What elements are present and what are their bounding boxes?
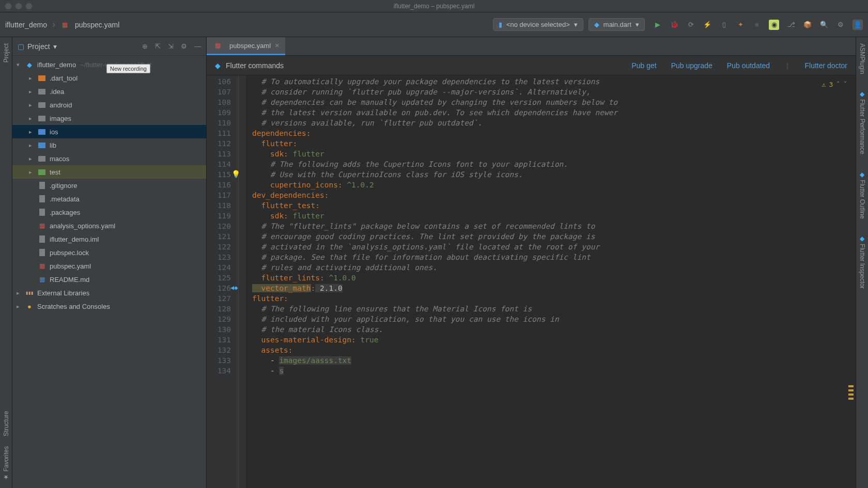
close-tab-icon[interactable]: × (275, 41, 279, 50)
chevron-right-icon[interactable]: ▸ (29, 88, 37, 95)
tree-item-README-md[interactable]: README.md (12, 273, 206, 286)
tree-item-macos[interactable]: ▸macos (12, 152, 206, 165)
structure-tool-tab[interactable]: Structure (2, 408, 11, 439)
tree-item-label: .dart_tool (50, 74, 78, 82)
chevron-right-icon[interactable]: ▸ (29, 75, 37, 82)
tree-item-iflutter_demo-iml[interactable]: iflutter_demo.iml (12, 232, 206, 246)
project-tree[interactable]: ▾ iflutter_demo ~/flutter-workspace/iflu… (12, 56, 206, 488)
navigation-bar: iflutter_demo pubspec.yaml ▮ <no device … (0, 12, 868, 37)
tree-item-label: .metadata (50, 195, 80, 203)
chevron-right-icon[interactable]: ▸ (29, 155, 37, 162)
editor-scrollbar[interactable] (847, 75, 854, 488)
chevron-right-icon[interactable]: ▸ (29, 115, 37, 122)
hot-reload-button[interactable]: ⚡ (703, 20, 712, 29)
pub-outdated-action[interactable]: Pub outdated (727, 61, 770, 70)
project-view-title[interactable]: Project (27, 42, 50, 51)
file-gray-icon (37, 235, 47, 243)
chevron-down-icon[interactable]: ▾ (53, 42, 57, 51)
tree-item--gitignore[interactable]: .gitignore (12, 179, 206, 192)
pub-upgrade-action[interactable]: Pub upgrade (671, 61, 712, 70)
search-icon[interactable]: 🔍 (819, 20, 829, 29)
project-sidebar-header: ▢ Project ▾ ⊕ ⇱ ⇲ ⚙ — (12, 37, 206, 56)
chevron-right-icon (50, 19, 57, 30)
run-button[interactable]: ▶ (653, 20, 662, 29)
asmplugin-tool-tab[interactable]: ASMPlugin (858, 40, 867, 77)
expand-all-icon[interactable]: ⇱ (155, 42, 161, 50)
select-opened-file-icon[interactable]: ⊕ (142, 42, 148, 50)
chevron-right-icon[interactable]: ▸ (29, 129, 37, 135)
tree-item-label: macos (50, 155, 69, 163)
tree-item-lib[interactable]: ▸lib (12, 138, 206, 152)
tree-item-label: ios (50, 128, 58, 136)
favorites-tool-tab[interactable]: ★ Favorites (2, 443, 11, 484)
flutter-doctor-action[interactable]: Flutter doctor (805, 61, 847, 70)
chevron-right-icon[interactable]: ▸ (29, 142, 37, 149)
breadcrumb-project[interactable]: iflutter_demo (5, 21, 47, 29)
inspection-indicator[interactable]: ⚠ 3 ˆ ˇ (822, 80, 847, 90)
settings-icon[interactable]: ⚙ (836, 20, 845, 29)
pub-get-action[interactable]: Pub get (631, 61, 656, 70)
git-button[interactable]: ⎇ (786, 20, 796, 29)
chevron-right-icon[interactable]: ▸ (29, 169, 37, 176)
tree-item-analysis_options-yaml[interactable]: analysis_options.yaml (12, 219, 206, 232)
tree-item-images[interactable]: ▸images (12, 112, 206, 125)
folder-gray-icon (37, 156, 47, 162)
zoom-window-button[interactable] (26, 3, 32, 9)
flutter-performance-tool-tab[interactable]: ◆ Flutter Performance (858, 87, 867, 157)
breadcrumb-file[interactable]: pubspec.yaml (75, 21, 119, 29)
folder-gray-icon (37, 89, 47, 95)
tree-item-ios[interactable]: ▸ios (12, 125, 206, 138)
editor-content[interactable]: 1061071081091101111121131141151161171181… (207, 75, 856, 488)
close-window-button[interactable] (5, 3, 11, 9)
intention-bulb-icon[interactable]: 💡 (231, 169, 240, 179)
left-tool-window-bar: Project Structure ★ Favorites (0, 37, 12, 488)
chevron-right-icon[interactable]: ▸ (29, 102, 37, 108)
file-md-icon (37, 276, 47, 283)
gear-icon[interactable]: ⚙ (181, 42, 187, 50)
device-selector-dropdown[interactable]: ▮ <no device selected> ▾ (493, 18, 583, 31)
prev-highlight-icon[interactable]: ˆ (836, 80, 840, 90)
attach-debugger-button[interactable]: ▯ (719, 20, 729, 29)
tree-item-label: images (50, 115, 71, 122)
next-highlight-icon[interactable]: ˇ (843, 80, 847, 90)
debug-button[interactable]: 🐞 (670, 20, 679, 29)
project-sidebar: ▢ Project ▾ ⊕ ⇱ ⇲ ⚙ — ▾ iflutter_demo ~/… (12, 37, 207, 488)
folder-gray-icon (37, 116, 47, 121)
collapse-all-icon[interactable]: ⇲ (168, 42, 174, 50)
project-tool-tab[interactable]: Project (2, 40, 11, 66)
tree-item-pubspec-lock[interactable]: pubspec.lock (12, 246, 206, 259)
flutter-commands-title: Flutter commands (226, 61, 284, 70)
tree-item--idea[interactable]: ▸.idea (12, 85, 206, 98)
tree-item-android[interactable]: ▸android (12, 98, 206, 112)
devtools-button[interactable]: ✦ (736, 20, 745, 29)
scratches-row[interactable]: ▸Scratches and Consoles (12, 300, 206, 313)
tree-item-label: lib (50, 141, 56, 149)
editor-area: pubspec.yaml × ◆ Flutter commands Pub ge… (207, 37, 856, 488)
tree-item--packages[interactable]: .packages (12, 206, 206, 219)
breadcrumb[interactable]: iflutter_demo pubspec.yaml (5, 19, 119, 30)
editor-tab-pubspec[interactable]: pubspec.yaml × (207, 37, 285, 55)
user-icon[interactable]: 👤 (853, 20, 863, 30)
external-libraries-row[interactable]: ▸External Libraries (12, 286, 206, 300)
right-tool-window-bar: ASMPlugin ◆ Flutter Performance ◆ Flutte… (856, 37, 868, 488)
tree-item-label: Scratches and Consoles (37, 303, 110, 310)
package-button[interactable]: 📦 (803, 20, 812, 29)
tree-item-test[interactable]: ▸test (12, 165, 206, 179)
fold-gutter[interactable] (239, 75, 246, 488)
tree-item-label: iflutter_demo.iml (50, 235, 99, 243)
run-configuration-dropdown[interactable]: ◆ main.dart ▾ (588, 18, 645, 31)
flutter-outline-tool-tab[interactable]: ◆ Flutter Outline (858, 168, 867, 222)
flutter-inspector-tool-tab[interactable]: ◆ Flutter Inspector (858, 232, 867, 292)
stop-button[interactable]: ■ (752, 20, 762, 29)
coverage-button[interactable]: ⟳ (686, 20, 695, 29)
code-area[interactable]: 💡 ◀◆ # To automatically upgrade your pac… (246, 75, 856, 488)
hide-icon[interactable]: — (194, 42, 201, 50)
minimize-window-button[interactable] (16, 3, 22, 9)
related-file-icon[interactable]: ◀◆ (230, 282, 238, 293)
tree-item-pubspec-yaml[interactable]: pubspec.yaml (12, 259, 206, 273)
chevron-down-icon[interactable]: ▾ (17, 61, 25, 68)
tree-item--metadata[interactable]: .metadata (12, 192, 206, 206)
chevron-right-icon[interactable]: ▸ (17, 303, 25, 310)
chevron-right-icon[interactable]: ▸ (17, 290, 25, 296)
avatar-icon[interactable]: ◉ (769, 20, 779, 30)
